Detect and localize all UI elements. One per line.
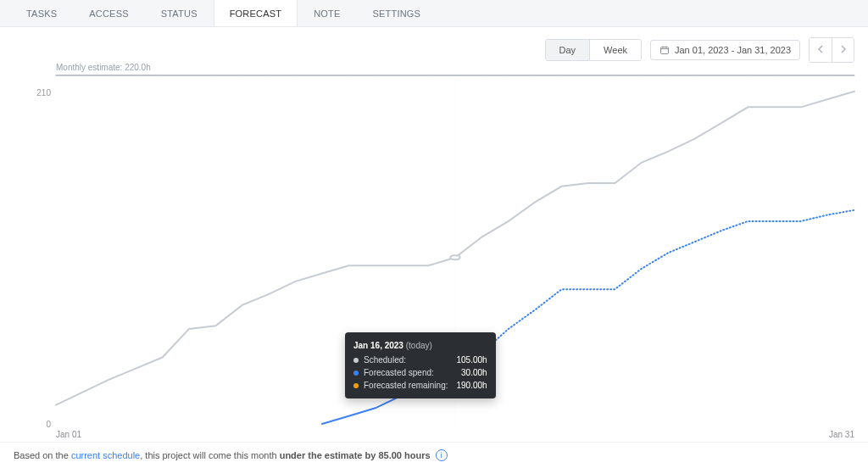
granularity-week[interactable]: Week <box>589 40 641 60</box>
date-range-picker[interactable]: Jan 01, 2023 - Jan 31, 2023 <box>650 40 800 60</box>
tab-access[interactable]: ACCESS <box>73 0 144 26</box>
svg-point-2 <box>450 255 459 259</box>
chart: Monthly estimate: 220.0h 210 0 Jan 16, 2… <box>14 75 854 439</box>
tooltip-row-forecasted-spend: Forecasted spend: 30.00h <box>353 366 487 379</box>
chevron-right-icon <box>840 45 847 53</box>
date-next-button[interactable] <box>832 38 854 62</box>
chart-tooltip: Jan 16, 2023 (today) Scheduled: 105.00h … <box>345 332 496 398</box>
x-tick-end: Jan 31 <box>829 430 854 439</box>
tab-forecast[interactable]: FORECAST <box>214 0 298 26</box>
x-tick-start: Jan 01 <box>56 430 81 439</box>
chevron-left-icon <box>817 45 824 53</box>
info-icon[interactable]: i <box>436 449 448 461</box>
tabs: TASKS ACCESS STATUS FORECAST NOTE SETTIN… <box>0 0 868 27</box>
tab-tasks[interactable]: TASKS <box>10 0 73 26</box>
granularity-day[interactable]: Day <box>546 40 590 60</box>
date-prev-button[interactable] <box>810 38 832 62</box>
date-range-label: Jan 01, 2023 - Jan 31, 2023 <box>675 45 791 55</box>
y-tick-210: 210 <box>14 88 51 98</box>
tooltip-row-scheduled: Scheduled: 105.00h <box>353 354 487 366</box>
svg-rect-0 <box>661 47 669 54</box>
page: TASKS ACCESS STATUS FORECAST NOTE SETTIN… <box>0 0 868 468</box>
date-nav <box>809 37 854 63</box>
plot-area[interactable]: Jan 16, 2023 (today) Scheduled: 105.00h … <box>56 75 854 424</box>
tooltip-dot-forecasted-spend <box>353 370 359 376</box>
tooltip-row-forecasted-remaining: Forecasted remaining: 190.00h <box>353 379 487 392</box>
footer-schedule-link[interactable]: current schedule <box>71 450 140 460</box>
granularity-toggle: Day Week <box>545 39 642 61</box>
tooltip-dot-scheduled <box>353 358 359 363</box>
monthly-estimate-label: Monthly estimate: 220.0h <box>56 63 151 72</box>
calendar-icon <box>659 45 670 55</box>
tab-note[interactable]: NOTE <box>298 0 356 26</box>
tab-status[interactable]: STATUS <box>145 0 214 26</box>
footer-mid: , this project will come this month <box>140 450 279 460</box>
y-tick-0: 0 <box>14 420 51 429</box>
tooltip-dot-forecasted-remaining <box>353 383 359 388</box>
footer-message: Based on the current schedule, this proj… <box>0 442 868 468</box>
tooltip-date: Jan 16, 2023 <box>353 341 403 350</box>
tab-settings[interactable]: SETTINGS <box>357 0 437 26</box>
tooltip-today: (today) <box>406 341 432 350</box>
footer-pre: Based on the <box>14 450 71 460</box>
chart-controls: Day Week Jan 01, 2023 - Jan 31, 2023 <box>0 27 868 63</box>
footer-emphasis: under the estimate by 85.00 hours <box>280 450 431 460</box>
